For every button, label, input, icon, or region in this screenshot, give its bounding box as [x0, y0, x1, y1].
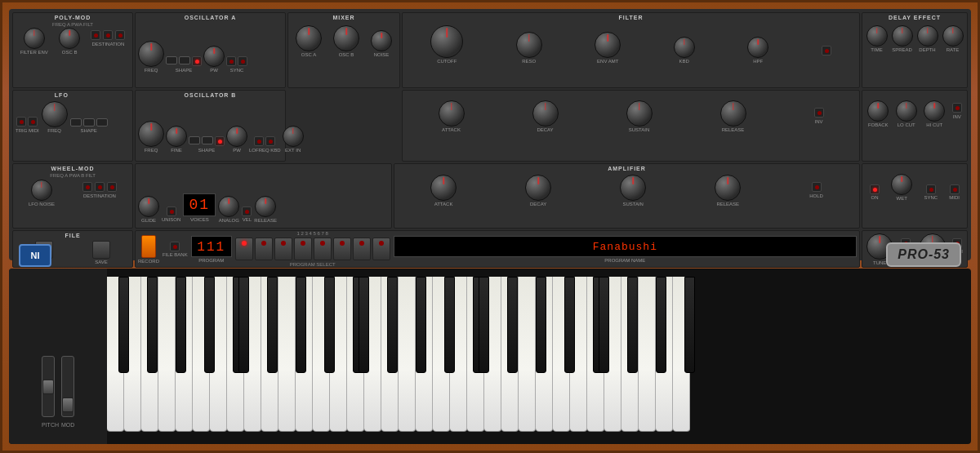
filter-decay-knob[interactable] — [532, 100, 559, 127]
lfo-shape-btn-3[interactable] — [96, 118, 108, 127]
amp-attack-knob[interactable] — [430, 175, 457, 201]
file-bank-led[interactable] — [170, 242, 180, 251]
key-gs5[interactable] — [684, 277, 695, 373]
filter-kbd-knob[interactable] — [674, 37, 695, 58]
lfo-trig-led-2[interactable] — [28, 117, 38, 127]
delay-foback-knob[interactable] — [867, 100, 889, 122]
mixer-oscb-knob[interactable] — [333, 25, 359, 51]
mixer-osca-knob[interactable] — [296, 25, 322, 51]
filter-led[interactable] — [822, 46, 831, 56]
delay-midi-led[interactable] — [950, 184, 960, 194]
prog-btn-6[interactable] — [333, 238, 351, 260]
osc-b-fine-knob[interactable] — [166, 126, 187, 147]
delay-locut-knob[interactable] — [896, 100, 917, 122]
release-knob[interactable] — [255, 196, 276, 217]
key-fs4[interactable] — [536, 277, 546, 373]
wheel-mod-led-3[interactable] — [107, 182, 117, 192]
filter-env-knob[interactable] — [24, 28, 45, 49]
wheel-mod-led-2[interactable] — [95, 182, 105, 192]
key-f2[interactable] — [278, 277, 296, 432]
poly-mod-led-2[interactable] — [103, 30, 113, 40]
key-gs4[interactable] — [564, 277, 575, 373]
osc-b-led[interactable] — [215, 136, 225, 146]
osc-b-knob[interactable] — [59, 28, 80, 49]
amp-sustain-knob[interactable] — [620, 175, 646, 201]
analog-knob[interactable] — [218, 196, 239, 217]
filter-hpf-knob[interactable] — [747, 37, 768, 58]
delay-spread-knob[interactable] — [892, 25, 913, 47]
osc-a-freq-knob[interactable] — [138, 41, 164, 67]
record-button[interactable] — [141, 235, 156, 258]
amp-hold-led[interactable] — [812, 182, 822, 192]
key-cs5[interactable] — [599, 277, 609, 373]
filter-attack-knob[interactable] — [439, 100, 465, 127]
filter-reso-knob[interactable] — [516, 32, 542, 58]
poly-mod-led-1[interactable] — [91, 30, 100, 40]
osc-b-shape-btn-1[interactable] — [189, 136, 200, 144]
key-f3[interactable] — [399, 277, 416, 432]
filter-envamt-knob[interactable] — [595, 32, 621, 58]
delay-hicut-knob[interactable] — [924, 100, 945, 122]
lfo-trig-led-1[interactable] — [16, 117, 26, 127]
osc-b-freq-knob[interactable] — [138, 121, 164, 147]
prog-btn-5[interactable] — [314, 238, 332, 260]
key-cs4[interactable] — [479, 277, 489, 373]
key-ds5[interactable] — [627, 277, 638, 373]
key-cs2[interactable] — [238, 277, 249, 373]
key-cs1[interactable] — [118, 277, 129, 373]
osc-a-shape-btn-2[interactable] — [179, 56, 190, 64]
osc-a-pw-knob[interactable] — [203, 46, 225, 67]
amp-decay-knob[interactable] — [525, 175, 551, 201]
key-gs3[interactable] — [444, 277, 455, 373]
mod-slider[interactable] — [61, 356, 74, 417]
osc-b-shape-btn-2[interactable] — [202, 136, 213, 144]
filter-release-knob[interactable] — [720, 100, 746, 127]
filter-sustain-knob[interactable] — [626, 100, 653, 127]
prog-btn-1[interactable] — [235, 238, 253, 260]
delay-on-led[interactable] — [870, 184, 880, 194]
save-button[interactable] — [92, 241, 110, 259]
unison-led[interactable] — [167, 207, 176, 216]
osc-b-lofreq-led[interactable] — [254, 136, 264, 146]
key-ds2[interactable] — [267, 277, 278, 373]
key-ds4[interactable] — [507, 277, 518, 373]
key-gs2[interactable] — [324, 277, 335, 373]
delay-wet-knob[interactable] — [891, 174, 912, 195]
prog-btn-2[interactable] — [255, 238, 273, 260]
glide-knob[interactable] — [138, 196, 159, 217]
key-fs1[interactable] — [176, 277, 186, 373]
wheel-mod-led-1[interactable] — [82, 182, 92, 192]
wheel-mod-lfo-knob[interactable] — [31, 180, 52, 201]
key-f4[interactable] — [519, 277, 536, 432]
key-ds3[interactable] — [387, 277, 398, 373]
prog-btn-3[interactable] — [274, 238, 292, 260]
osc-b-extin-knob[interactable] — [283, 126, 304, 147]
key-f1[interactable] — [158, 277, 176, 432]
key-fs2[interactable] — [296, 277, 306, 373]
amp-release-knob[interactable] — [715, 175, 741, 201]
filter-cutoff-knob[interactable] — [430, 25, 463, 58]
key-fs3[interactable] — [416, 277, 426, 373]
osc-b-kbd-led[interactable] — [265, 136, 275, 146]
key-ds1[interactable] — [147, 277, 158, 373]
poly-mod-led-3[interactable] — [115, 30, 125, 40]
lfo-shape-btn-2[interactable] — [83, 118, 95, 127]
key-gs1[interactable] — [204, 277, 215, 373]
filter-inv-led[interactable] — [814, 108, 824, 118]
key-fs5[interactable] — [656, 277, 666, 373]
delay-sync-led[interactable] — [926, 184, 936, 194]
osc-b-pw-knob[interactable] — [226, 126, 247, 147]
osc-a-shape-btn-1[interactable] — [166, 56, 177, 64]
key-cs3[interactable] — [359, 277, 369, 373]
prog-btn-7[interactable] — [353, 238, 371, 260]
delay-time-knob[interactable] — [866, 25, 888, 47]
osc-a-led[interactable] — [192, 56, 202, 66]
pitch-slider[interactable] — [42, 356, 55, 417]
osc-a-sync-led-2[interactable] — [238, 56, 247, 66]
lfo-shape-btn-1[interactable] — [70, 118, 82, 127]
delay-rate-knob[interactable] — [942, 25, 964, 47]
mixer-noise-knob[interactable] — [371, 30, 392, 51]
vel-led[interactable] — [242, 207, 252, 216]
prog-btn-8[interactable] — [372, 238, 390, 260]
lfo-freq-knob[interactable] — [42, 101, 68, 127]
